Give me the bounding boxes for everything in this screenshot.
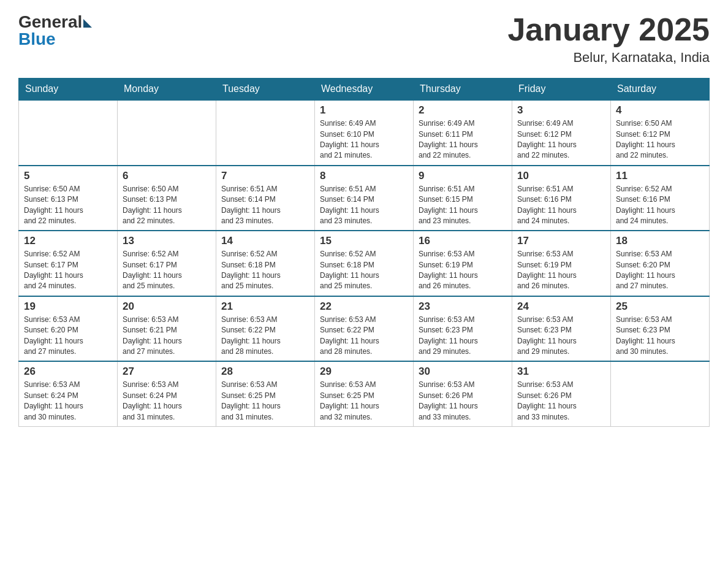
- day-number: 24: [517, 301, 605, 313]
- day-header-friday: Friday: [512, 79, 611, 101]
- day-number: 4: [616, 104, 704, 117]
- day-info: Sunrise: 6:52 AM Sunset: 6:18 PM Dayligh…: [221, 249, 309, 292]
- day-number: 27: [123, 366, 211, 378]
- week-row-2: 5Sunrise: 6:50 AM Sunset: 6:13 PM Daylig…: [19, 166, 710, 231]
- day-info: Sunrise: 6:53 AM Sunset: 6:23 PM Dayligh…: [517, 315, 605, 358]
- day-info: Sunrise: 6:52 AM Sunset: 6:16 PM Dayligh…: [616, 184, 704, 227]
- calendar-table: SundayMondayTuesdayWednesdayThursdayFrid…: [18, 78, 710, 427]
- day-info: Sunrise: 6:53 AM Sunset: 6:25 PM Dayligh…: [320, 380, 408, 423]
- calendar-cell: 9Sunrise: 6:51 AM Sunset: 6:15 PM Daylig…: [414, 166, 512, 231]
- day-number: 31: [517, 366, 605, 378]
- day-number: 20: [123, 301, 211, 313]
- day-number: 11: [616, 170, 704, 182]
- day-info: Sunrise: 6:51 AM Sunset: 6:16 PM Dayligh…: [517, 184, 605, 227]
- day-number: 21: [221, 301, 309, 313]
- calendar-cell: 7Sunrise: 6:51 AM Sunset: 6:14 PM Daylig…: [216, 166, 315, 231]
- day-info: Sunrise: 6:53 AM Sunset: 6:26 PM Dayligh…: [517, 380, 605, 423]
- day-info: Sunrise: 6:53 AM Sunset: 6:22 PM Dayligh…: [320, 315, 408, 358]
- calendar-cell: 18Sunrise: 6:53 AM Sunset: 6:20 PM Dayli…: [611, 231, 710, 296]
- day-info: Sunrise: 6:49 AM Sunset: 6:11 PM Dayligh…: [419, 118, 507, 161]
- calendar-cell: [118, 100, 216, 166]
- day-info: Sunrise: 6:52 AM Sunset: 6:17 PM Dayligh…: [24, 249, 112, 292]
- day-header-monday: Monday: [118, 79, 216, 101]
- day-number: 1: [320, 104, 408, 117]
- day-info: Sunrise: 6:53 AM Sunset: 6:23 PM Dayligh…: [419, 315, 507, 358]
- day-number: 2: [419, 104, 507, 117]
- calendar-cell: [19, 100, 118, 166]
- calendar-cell: 19Sunrise: 6:53 AM Sunset: 6:20 PM Dayli…: [19, 296, 118, 362]
- day-number: 16: [419, 235, 507, 247]
- week-row-4: 19Sunrise: 6:53 AM Sunset: 6:20 PM Dayli…: [19, 296, 710, 362]
- week-row-3: 12Sunrise: 6:52 AM Sunset: 6:17 PM Dayli…: [19, 231, 710, 296]
- day-info: Sunrise: 6:53 AM Sunset: 6:19 PM Dayligh…: [419, 249, 507, 292]
- day-info: Sunrise: 6:50 AM Sunset: 6:13 PM Dayligh…: [123, 184, 211, 227]
- calendar-cell: 15Sunrise: 6:52 AM Sunset: 6:18 PM Dayli…: [315, 231, 414, 296]
- calendar-cell: 22Sunrise: 6:53 AM Sunset: 6:22 PM Dayli…: [315, 296, 414, 362]
- day-info: Sunrise: 6:53 AM Sunset: 6:20 PM Dayligh…: [616, 249, 704, 292]
- day-info: Sunrise: 6:53 AM Sunset: 6:21 PM Dayligh…: [123, 315, 211, 358]
- calendar-cell: [611, 361, 710, 426]
- day-number: 7: [221, 170, 309, 182]
- calendar-cell: [216, 100, 315, 166]
- day-info: Sunrise: 6:53 AM Sunset: 6:24 PM Dayligh…: [123, 380, 211, 423]
- day-info: Sunrise: 6:52 AM Sunset: 6:17 PM Dayligh…: [123, 249, 211, 292]
- day-number: 23: [419, 301, 507, 313]
- day-number: 28: [221, 366, 309, 378]
- day-header-sunday: Sunday: [19, 79, 118, 101]
- day-number: 5: [24, 170, 112, 182]
- day-number: 17: [517, 235, 605, 247]
- day-header-thursday: Thursday: [414, 79, 512, 101]
- calendar-cell: 26Sunrise: 6:53 AM Sunset: 6:24 PM Dayli…: [19, 361, 118, 426]
- day-info: Sunrise: 6:53 AM Sunset: 6:24 PM Dayligh…: [24, 380, 112, 423]
- day-info: Sunrise: 6:53 AM Sunset: 6:19 PM Dayligh…: [517, 249, 605, 292]
- day-header-saturday: Saturday: [611, 79, 710, 101]
- logo-blue-text: Blue: [18, 29, 56, 49]
- month-title: January 2025: [507, 12, 710, 47]
- day-info: Sunrise: 6:53 AM Sunset: 6:26 PM Dayligh…: [419, 380, 507, 423]
- day-number: 13: [123, 235, 211, 247]
- calendar-cell: 17Sunrise: 6:53 AM Sunset: 6:19 PM Dayli…: [512, 231, 611, 296]
- calendar-cell: 12Sunrise: 6:52 AM Sunset: 6:17 PM Dayli…: [19, 231, 118, 296]
- calendar-cell: 16Sunrise: 6:53 AM Sunset: 6:19 PM Dayli…: [414, 231, 512, 296]
- logo: General Blue: [18, 12, 92, 49]
- day-number: 25: [616, 301, 704, 313]
- header-row: SundayMondayTuesdayWednesdayThursdayFrid…: [19, 79, 710, 101]
- calendar-cell: 21Sunrise: 6:53 AM Sunset: 6:22 PM Dayli…: [216, 296, 315, 362]
- day-header-tuesday: Tuesday: [216, 79, 315, 101]
- title-area: January 2025 Belur, Karnataka, India: [507, 12, 710, 66]
- calendar-cell: 5Sunrise: 6:50 AM Sunset: 6:13 PM Daylig…: [19, 166, 118, 231]
- calendar-cell: 10Sunrise: 6:51 AM Sunset: 6:16 PM Dayli…: [512, 166, 611, 231]
- day-number: 19: [24, 301, 112, 313]
- day-number: 29: [320, 366, 408, 378]
- day-info: Sunrise: 6:53 AM Sunset: 6:23 PM Dayligh…: [616, 315, 704, 358]
- week-row-5: 26Sunrise: 6:53 AM Sunset: 6:24 PM Dayli…: [19, 361, 710, 426]
- day-info: Sunrise: 6:52 AM Sunset: 6:18 PM Dayligh…: [320, 249, 408, 292]
- day-info: Sunrise: 6:50 AM Sunset: 6:13 PM Dayligh…: [24, 184, 112, 227]
- day-number: 30: [419, 366, 507, 378]
- day-header-wednesday: Wednesday: [315, 79, 414, 101]
- day-info: Sunrise: 6:53 AM Sunset: 6:20 PM Dayligh…: [24, 315, 112, 358]
- calendar-cell: 3Sunrise: 6:49 AM Sunset: 6:12 PM Daylig…: [512, 100, 611, 166]
- calendar-cell: 31Sunrise: 6:53 AM Sunset: 6:26 PM Dayli…: [512, 361, 611, 426]
- page-header: General Blue January 2025 Belur, Karnata…: [18, 12, 710, 66]
- day-info: Sunrise: 6:49 AM Sunset: 6:10 PM Dayligh…: [320, 118, 408, 161]
- calendar-cell: 6Sunrise: 6:50 AM Sunset: 6:13 PM Daylig…: [118, 166, 216, 231]
- calendar-cell: 14Sunrise: 6:52 AM Sunset: 6:18 PM Dayli…: [216, 231, 315, 296]
- calendar-cell: 13Sunrise: 6:52 AM Sunset: 6:17 PM Dayli…: [118, 231, 216, 296]
- calendar-cell: 28Sunrise: 6:53 AM Sunset: 6:25 PM Dayli…: [216, 361, 315, 426]
- day-number: 6: [123, 170, 211, 182]
- day-info: Sunrise: 6:51 AM Sunset: 6:15 PM Dayligh…: [419, 184, 507, 227]
- day-number: 18: [616, 235, 704, 247]
- day-info: Sunrise: 6:50 AM Sunset: 6:12 PM Dayligh…: [616, 118, 704, 161]
- calendar-cell: 11Sunrise: 6:52 AM Sunset: 6:16 PM Dayli…: [611, 166, 710, 231]
- calendar-cell: 27Sunrise: 6:53 AM Sunset: 6:24 PM Dayli…: [118, 361, 216, 426]
- calendar-cell: 29Sunrise: 6:53 AM Sunset: 6:25 PM Dayli…: [315, 361, 414, 426]
- day-info: Sunrise: 6:49 AM Sunset: 6:12 PM Dayligh…: [517, 118, 605, 161]
- calendar-cell: 8Sunrise: 6:51 AM Sunset: 6:14 PM Daylig…: [315, 166, 414, 231]
- calendar-cell: 4Sunrise: 6:50 AM Sunset: 6:12 PM Daylig…: [611, 100, 710, 166]
- calendar-cell: 20Sunrise: 6:53 AM Sunset: 6:21 PM Dayli…: [118, 296, 216, 362]
- day-number: 8: [320, 170, 408, 182]
- calendar-cell: 23Sunrise: 6:53 AM Sunset: 6:23 PM Dayli…: [414, 296, 512, 362]
- day-info: Sunrise: 6:53 AM Sunset: 6:22 PM Dayligh…: [221, 315, 309, 358]
- week-row-1: 1Sunrise: 6:49 AM Sunset: 6:10 PM Daylig…: [19, 100, 710, 166]
